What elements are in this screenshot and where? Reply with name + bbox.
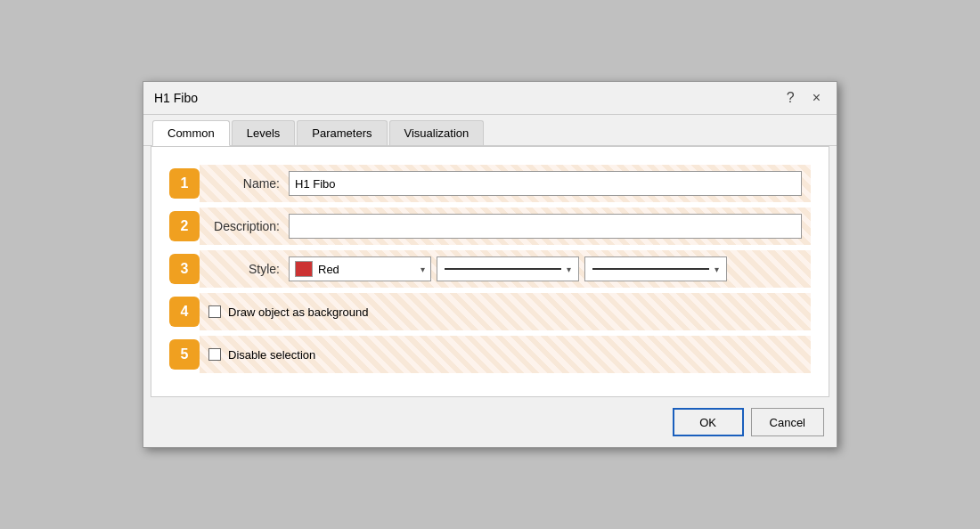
title-bar: H1 Fibo ? × — [143, 82, 837, 115]
name-label: Name: — [208, 176, 280, 191]
close-button[interactable]: × — [807, 89, 826, 107]
name-input[interactable] — [289, 171, 802, 196]
line-dropdown-arrow: ▾ — [567, 264, 571, 274]
cancel-button[interactable]: Cancel — [751, 408, 824, 436]
row-name: 1 Name: — [169, 165, 811, 202]
title-actions: ? × — [781, 89, 826, 107]
row-number-2: 2 — [169, 211, 200, 241]
color-dropdown-arrow: ▾ — [421, 264, 425, 274]
disable-selection-checkbox[interactable] — [208, 348, 221, 361]
row-content-3: Style: Red ▾ ▾ ▾ — [200, 250, 811, 288]
row-style: 3 Style: Red ▾ ▾ ▾ — [169, 250, 811, 288]
tab-bar: Common Levels Parameters Visualization — [143, 115, 837, 146]
row-number-1: 1 — [169, 168, 200, 199]
row-background: 4 Draw object as background — [169, 293, 811, 330]
line-style-dropdown[interactable]: ▾ — [437, 256, 579, 281]
color-dropdown[interactable]: Red ▾ — [289, 256, 431, 281]
row-content-4: Draw object as background — [200, 293, 811, 330]
color-swatch — [295, 261, 313, 277]
tab-visualization[interactable]: Visualization — [389, 120, 485, 145]
dialog-title: H1 Fibo — [154, 91, 198, 105]
background-checkbox-label[interactable]: Draw object as background — [208, 305, 369, 319]
row-number-3: 3 — [169, 254, 200, 284]
footer: OK Cancel — [143, 397, 837, 447]
description-label: Description: — [208, 219, 280, 233]
row-number-4: 4 — [169, 297, 200, 327]
line-width-preview — [592, 268, 709, 270]
row-content-1: Name: — [200, 165, 811, 202]
tab-common[interactable]: Common — [152, 120, 230, 146]
style-controls: Red ▾ ▾ ▾ — [289, 256, 802, 281]
content-area: 1 Name: 2 Description: 3 Style: — [151, 146, 829, 397]
dialog: H1 Fibo ? × Common Levels Parameters Vis… — [143, 81, 837, 448]
ok-button[interactable]: OK — [673, 408, 744, 436]
line-preview — [445, 268, 561, 270]
help-button[interactable]: ? — [781, 89, 800, 107]
line-width-dropdown[interactable]: ▾ — [584, 256, 727, 281]
disable-selection-text: Disable selection — [228, 348, 315, 362]
tab-levels[interactable]: Levels — [232, 120, 296, 145]
description-input[interactable] — [289, 214, 802, 239]
row-description: 2 Description: — [169, 208, 811, 245]
background-checkbox[interactable] — [208, 305, 221, 318]
row-number-5: 5 — [169, 339, 200, 370]
style-label: Style: — [208, 262, 280, 276]
color-label: Red — [318, 263, 421, 276]
row-content-2: Description: — [200, 208, 811, 245]
line-width-arrow: ▾ — [715, 264, 719, 274]
disable-selection-label[interactable]: Disable selection — [208, 348, 315, 362]
tab-parameters[interactable]: Parameters — [297, 120, 387, 145]
row-content-5: Disable selection — [200, 336, 811, 373]
row-disable-selection: 5 Disable selection — [169, 336, 811, 373]
background-checkbox-text: Draw object as background — [228, 305, 369, 319]
